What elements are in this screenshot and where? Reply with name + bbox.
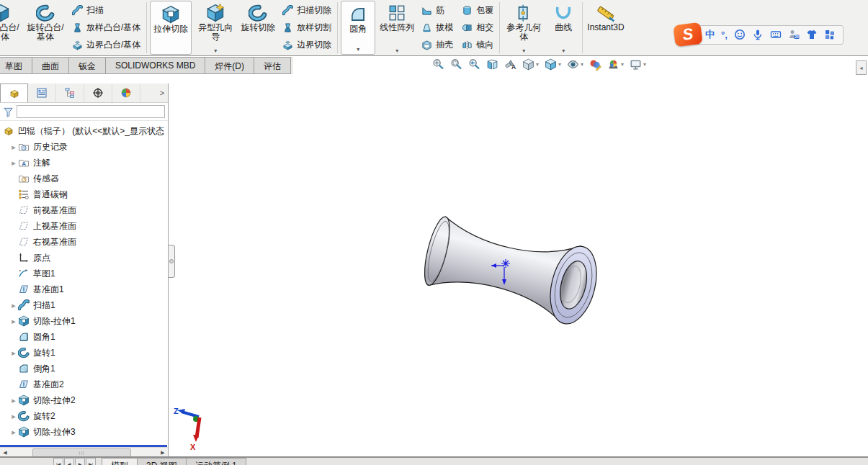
scroll-right-arrow[interactable]: ▶	[158, 450, 168, 456]
tree-item-material[interactable]: 普通碳钢	[0, 186, 168, 202]
instant3d-button[interactable]: Instant3D	[584, 0, 627, 55]
tab-sheet-metal[interactable]: 钣金	[68, 57, 106, 74]
tree-item-cut-extrude1[interactable]: ▶切除-拉伸1	[0, 313, 168, 329]
keyboard-button[interactable]	[770, 29, 782, 40]
loft-button[interactable]: 放样凸台/基体	[72, 20, 140, 35]
expand-arrow-icon[interactable]: ▶	[10, 144, 18, 150]
tab-displaymanager[interactable]	[112, 83, 140, 102]
tab-surfaces[interactable]: 曲面	[32, 57, 69, 74]
tree-item-sketch1[interactable]: *草图1	[0, 266, 168, 281]
linear-pattern-button[interactable]: 线性阵列▾	[377, 0, 417, 55]
zoom-fit-button[interactable]	[432, 58, 444, 71]
apply-scene-button[interactable]: ▾	[607, 58, 624, 71]
loft-cut-button[interactable]: 放样切割	[282, 20, 331, 35]
view-orientation-button[interactable]: ▾	[522, 58, 539, 71]
tab-solidworks-mbd[interactable]: SOLIDWORKS MBD	[105, 57, 205, 74]
dropdown-arrow-icon[interactable]: ▾	[562, 48, 565, 55]
dropdown-arrow-icon[interactable]: ▾	[621, 61, 624, 68]
boundary-button[interactable]: 边界凸台/基体	[72, 37, 140, 52]
tab-dimxpertmanager[interactable]	[84, 83, 112, 102]
dropdown-arrow-icon[interactable]: ▾	[581, 61, 583, 68]
sweep-button[interactable]: 扫描	[72, 4, 140, 18]
fillet-button[interactable]: 圆角▾	[341, 1, 375, 55]
tree-item-fillet1[interactable]: 圆角1	[0, 329, 168, 345]
tree-item-sweep1[interactable]: ▶扫描1	[0, 297, 168, 313]
view-settings-button[interactable]: ▾	[630, 58, 646, 71]
taskpane-collapse-button[interactable]: ◂	[856, 60, 867, 75]
tab-3d-views[interactable]: 3D 视图	[137, 458, 187, 465]
roller-model[interactable]	[419, 210, 604, 328]
dropdown-arrow-icon[interactable]: ▾	[357, 46, 359, 53]
tree-item-revolve1[interactable]: ▶旋转1	[0, 345, 168, 361]
ref-geometry-button[interactable]: 参考几何体▾	[501, 0, 546, 55]
expand-arrow-icon[interactable]: ▶	[10, 413, 18, 419]
tab-sketch[interactable]: 草图	[0, 57, 32, 74]
extrude-cut-button[interactable]: 拉伸切除	[150, 1, 192, 55]
section-view-button[interactable]	[486, 58, 498, 71]
tab-featuremanager[interactable]	[0, 83, 28, 102]
tree-item-revolve2[interactable]: ▶旋转2	[0, 408, 168, 424]
tree-item-plane2[interactable]: 基准面2	[0, 376, 168, 392]
rib-button[interactable]: 筋	[421, 4, 453, 18]
intersect-button[interactable]: 相交	[462, 20, 493, 35]
tree-item-sensors[interactable]: 传感器	[0, 171, 168, 186]
skin-badge-button[interactable]: 20	[788, 29, 800, 40]
boundary-cut-button[interactable]: 边界切除	[282, 37, 331, 52]
dropdown-arrow-icon[interactable]: ▾	[643, 61, 646, 68]
curves-button[interactable]: 曲线▾	[546, 0, 581, 55]
sweep-cut-button[interactable]: 扫描切除	[282, 4, 331, 18]
tree-item-cut-extrude2[interactable]: ▶切除-拉伸2	[0, 392, 168, 408]
expand-arrow-icon[interactable]: ▶	[10, 429, 18, 435]
expand-arrow-icon[interactable]: ▶	[10, 318, 18, 324]
tree-item-front-plane[interactable]: 前视基准面	[0, 202, 168, 218]
tab-model[interactable]: 模型	[102, 458, 138, 465]
tree-item-annotations[interactable]: ▶A注解	[0, 155, 168, 171]
tree-root-part[interactable]: 凹辊（辊子） (默认<<默认>_显示状态	[0, 123, 168, 139]
panel-chevron-button[interactable]: >	[156, 83, 168, 102]
tree-item-chamfer1[interactable]: 倒角1	[0, 361, 168, 376]
motion-nav-prev-button[interactable]: ◀	[64, 458, 74, 465]
motion-nav-last-button[interactable]: ▶|	[86, 458, 96, 465]
extrude-boss-button[interactable]: 拉伸凸台/基体	[0, 0, 23, 55]
dropdown-arrow-icon[interactable]: ▾	[214, 48, 217, 55]
chinese-mode-button[interactable]: 中	[705, 28, 715, 41]
tab-weldments[interactable]: 焊件(D)	[205, 57, 254, 74]
zoom-area-button[interactable]	[450, 58, 462, 71]
tree-item-cut-extrude3[interactable]: ▶切除-拉伸3	[0, 424, 168, 440]
dropdown-arrow-icon[interactable]: ▾	[536, 61, 539, 68]
wrap-button[interactable]: 包覆	[462, 4, 493, 18]
motion-nav-next-button[interactable]: ▶	[75, 458, 85, 465]
emoji-button[interactable]	[734, 29, 746, 40]
edit-appearance-button[interactable]	[589, 58, 601, 71]
tree-item-top-plane[interactable]: 上视基准面	[0, 218, 168, 234]
motion-nav-first-button[interactable]: |◀	[53, 458, 63, 465]
sogou-logo[interactable]: S	[673, 22, 702, 47]
panel-splitter-handle[interactable]	[169, 245, 175, 278]
skin-button[interactable]	[806, 29, 818, 40]
expand-arrow-icon[interactable]: ▶	[10, 160, 18, 166]
tree-item-history[interactable]: ▶历史记录	[0, 139, 168, 155]
draft-button[interactable]: 拔模	[421, 20, 453, 35]
dropdown-arrow-icon[interactable]: ▾	[395, 48, 398, 55]
tree-item-origin[interactable]: 原点	[0, 250, 168, 266]
mirror-button[interactable]: 镜向	[462, 37, 493, 52]
scroll-thumb[interactable]: |||	[32, 448, 131, 457]
voice-button[interactable]	[752, 29, 764, 40]
filter-input[interactable]	[17, 105, 165, 118]
tab-motion-study1[interactable]: 运动算例 1	[186, 458, 246, 465]
shell-button[interactable]: 抽壳	[421, 37, 453, 52]
dropdown-arrow-icon[interactable]: ▾	[558, 61, 561, 68]
expand-arrow-icon[interactable]: ▶	[10, 302, 18, 308]
punctuation-button[interactable]: °,	[721, 30, 728, 40]
toolbox-button[interactable]	[824, 29, 836, 40]
revolve-boss-button[interactable]: 旋转凸台/基体	[23, 0, 68, 55]
hole-wizard-button[interactable]: 异型孔向导▾	[193, 0, 238, 55]
expand-arrow-icon[interactable]: ▶	[10, 397, 18, 403]
tree-item-right-plane[interactable]: 右视基准面	[0, 234, 168, 250]
annotation-view-button[interactable]: A	[504, 58, 516, 71]
dropdown-arrow-icon[interactable]: ▾	[522, 48, 525, 55]
tree-item-plane1[interactable]: 基准面1	[0, 281, 168, 297]
previous-view-button[interactable]	[468, 58, 480, 71]
tab-evaluate[interactable]: 评估	[254, 57, 291, 74]
tab-propertymanager[interactable]	[28, 83, 56, 102]
